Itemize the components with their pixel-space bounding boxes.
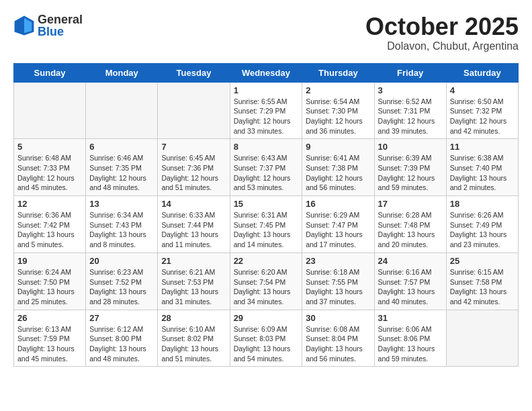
day-cell-20: 20Sunrise: 6:23 AMSunset: 7:52 PMDayligh… <box>86 253 158 310</box>
day-number-5: 5 <box>17 142 82 152</box>
day-cell-27: 27Sunrise: 6:12 AMSunset: 8:00 PMDayligh… <box>86 310 158 367</box>
day-info-6: Sunrise: 6:46 AMSunset: 7:35 PMDaylight:… <box>89 153 154 193</box>
weekday-header-sunday: Sunday <box>14 63 86 82</box>
day-number-16: 16 <box>306 199 370 209</box>
day-cell-22: 22Sunrise: 6:20 AMSunset: 7:54 PMDayligh… <box>230 253 302 310</box>
day-cell-23: 23Sunrise: 6:18 AMSunset: 7:55 PMDayligh… <box>302 253 374 310</box>
day-info-15: Sunrise: 6:31 AMSunset: 7:45 PMDaylight:… <box>234 210 299 250</box>
day-cell-4: 4Sunrise: 6:50 AMSunset: 7:32 PMDaylight… <box>446 82 518 139</box>
logo-icon <box>13 15 35 36</box>
day-number-20: 20 <box>89 256 154 266</box>
empty-cell <box>158 82 230 139</box>
day-cell-28: 28Sunrise: 6:10 AMSunset: 8:02 PMDayligh… <box>158 310 230 367</box>
day-number-8: 8 <box>234 142 299 152</box>
weekday-header-row: SundayMondayTuesdayWednesdayThursdayFrid… <box>14 63 519 82</box>
day-info-23: Sunrise: 6:18 AMSunset: 7:55 PMDaylight:… <box>306 267 370 307</box>
day-info-21: Sunrise: 6:21 AMSunset: 7:53 PMDaylight:… <box>161 267 226 307</box>
empty-cell <box>446 310 518 367</box>
day-number-13: 13 <box>89 199 154 209</box>
day-info-31: Sunrise: 6:06 AMSunset: 8:06 PMDaylight:… <box>378 324 443 364</box>
day-cell-30: 30Sunrise: 6:08 AMSunset: 8:04 PMDayligh… <box>302 310 374 367</box>
day-info-14: Sunrise: 6:33 AMSunset: 7:44 PMDaylight:… <box>161 210 226 250</box>
week-row-4: 19Sunrise: 6:24 AMSunset: 7:50 PMDayligh… <box>14 253 519 310</box>
day-cell-7: 7Sunrise: 6:45 AMSunset: 7:36 PMDaylight… <box>158 139 230 196</box>
day-number-1: 1 <box>234 85 299 95</box>
empty-cell <box>14 82 86 139</box>
day-number-14: 14 <box>161 199 226 209</box>
title-area: October 2025 Dolavon, Chubut, Argentina <box>365 13 519 52</box>
day-info-30: Sunrise: 6:08 AMSunset: 8:04 PMDaylight:… <box>306 324 370 364</box>
day-number-10: 10 <box>378 142 443 152</box>
day-info-27: Sunrise: 6:12 AMSunset: 8:00 PMDaylight:… <box>89 324 154 364</box>
weekday-header-friday: Friday <box>374 63 446 82</box>
day-cell-11: 11Sunrise: 6:38 AMSunset: 7:40 PMDayligh… <box>446 139 518 196</box>
day-number-26: 26 <box>17 313 82 323</box>
day-cell-8: 8Sunrise: 6:43 AMSunset: 7:37 PMDaylight… <box>230 139 302 196</box>
day-info-20: Sunrise: 6:23 AMSunset: 7:52 PMDaylight:… <box>89 267 154 307</box>
day-cell-26: 26Sunrise: 6:13 AMSunset: 7:59 PMDayligh… <box>14 310 86 367</box>
weekday-header-monday: Monday <box>86 63 158 82</box>
day-info-18: Sunrise: 6:26 AMSunset: 7:49 PMDaylight:… <box>450 210 515 250</box>
day-cell-15: 15Sunrise: 6:31 AMSunset: 7:45 PMDayligh… <box>230 196 302 253</box>
day-info-13: Sunrise: 6:34 AMSunset: 7:43 PMDaylight:… <box>89 210 154 250</box>
week-row-2: 5Sunrise: 6:48 AMSunset: 7:33 PMDaylight… <box>14 139 519 196</box>
month-title: October 2025 <box>365 13 519 40</box>
week-row-5: 26Sunrise: 6:13 AMSunset: 7:59 PMDayligh… <box>14 310 519 367</box>
day-cell-13: 13Sunrise: 6:34 AMSunset: 7:43 PMDayligh… <box>86 196 158 253</box>
day-number-7: 7 <box>161 142 226 152</box>
day-cell-17: 17Sunrise: 6:28 AMSunset: 7:48 PMDayligh… <box>374 196 446 253</box>
day-cell-29: 29Sunrise: 6:09 AMSunset: 8:03 PMDayligh… <box>230 310 302 367</box>
day-info-22: Sunrise: 6:20 AMSunset: 7:54 PMDaylight:… <box>234 267 299 307</box>
day-number-4: 4 <box>450 85 515 95</box>
day-info-24: Sunrise: 6:16 AMSunset: 7:57 PMDaylight:… <box>378 267 443 307</box>
day-cell-1: 1Sunrise: 6:55 AMSunset: 7:29 PMDaylight… <box>230 82 302 139</box>
day-cell-9: 9Sunrise: 6:41 AMSunset: 7:38 PMDaylight… <box>302 139 374 196</box>
weekday-header-thursday: Thursday <box>302 63 374 82</box>
day-cell-21: 21Sunrise: 6:21 AMSunset: 7:53 PMDayligh… <box>158 253 230 310</box>
logo-general-text: General <box>38 13 83 26</box>
day-cell-2: 2Sunrise: 6:54 AMSunset: 7:30 PMDaylight… <box>302 82 374 139</box>
day-number-12: 12 <box>17 199 82 209</box>
day-cell-16: 16Sunrise: 6:29 AMSunset: 7:47 PMDayligh… <box>302 196 374 253</box>
day-cell-24: 24Sunrise: 6:16 AMSunset: 7:57 PMDayligh… <box>374 253 446 310</box>
day-number-24: 24 <box>378 256 443 266</box>
week-row-3: 12Sunrise: 6:36 AMSunset: 7:42 PMDayligh… <box>14 196 519 253</box>
day-info-26: Sunrise: 6:13 AMSunset: 7:59 PMDaylight:… <box>17 324 82 364</box>
week-row-1: 1Sunrise: 6:55 AMSunset: 7:29 PMDaylight… <box>14 82 519 139</box>
day-info-29: Sunrise: 6:09 AMSunset: 8:03 PMDaylight:… <box>234 324 299 364</box>
day-info-1: Sunrise: 6:55 AMSunset: 7:29 PMDaylight:… <box>234 97 299 136</box>
empty-cell <box>86 82 158 139</box>
calendar-table: SundayMondayTuesdayWednesdayThursdayFrid… <box>13 63 519 367</box>
day-cell-10: 10Sunrise: 6:39 AMSunset: 7:39 PMDayligh… <box>374 139 446 196</box>
weekday-header-tuesday: Tuesday <box>158 63 230 82</box>
day-info-17: Sunrise: 6:28 AMSunset: 7:48 PMDaylight:… <box>378 210 443 250</box>
location: Dolavon, Chubut, Argentina <box>365 40 519 52</box>
day-cell-14: 14Sunrise: 6:33 AMSunset: 7:44 PMDayligh… <box>158 196 230 253</box>
day-number-19: 19 <box>17 256 82 266</box>
day-info-7: Sunrise: 6:45 AMSunset: 7:36 PMDaylight:… <box>161 153 226 193</box>
day-info-11: Sunrise: 6:38 AMSunset: 7:40 PMDaylight:… <box>450 153 515 193</box>
day-cell-25: 25Sunrise: 6:15 AMSunset: 7:58 PMDayligh… <box>446 253 518 310</box>
day-info-16: Sunrise: 6:29 AMSunset: 7:47 PMDaylight:… <box>306 210 370 250</box>
day-info-10: Sunrise: 6:39 AMSunset: 7:39 PMDaylight:… <box>378 153 443 193</box>
day-cell-6: 6Sunrise: 6:46 AMSunset: 7:35 PMDaylight… <box>86 139 158 196</box>
day-info-12: Sunrise: 6:36 AMSunset: 7:42 PMDaylight:… <box>17 210 82 250</box>
day-number-31: 31 <box>378 313 443 323</box>
day-number-15: 15 <box>234 199 299 209</box>
day-number-9: 9 <box>306 142 370 152</box>
day-cell-31: 31Sunrise: 6:06 AMSunset: 8:06 PMDayligh… <box>374 310 446 367</box>
day-info-28: Sunrise: 6:10 AMSunset: 8:02 PMDaylight:… <box>161 324 226 364</box>
weekday-header-saturday: Saturday <box>446 63 518 82</box>
day-info-19: Sunrise: 6:24 AMSunset: 7:50 PMDaylight:… <box>17 267 82 307</box>
day-number-30: 30 <box>306 313 370 323</box>
day-number-28: 28 <box>161 313 226 323</box>
day-number-11: 11 <box>450 142 515 152</box>
logo: General Blue <box>13 13 83 38</box>
logo-blue-text: Blue <box>38 26 83 38</box>
page: General Blue October 2025 Dolavon, Chubu… <box>0 0 532 380</box>
day-info-8: Sunrise: 6:43 AMSunset: 7:37 PMDaylight:… <box>234 153 299 193</box>
day-number-3: 3 <box>378 85 443 95</box>
header: General Blue October 2025 Dolavon, Chubu… <box>13 13 519 52</box>
logo-text: General Blue <box>38 13 83 38</box>
day-info-3: Sunrise: 6:52 AMSunset: 7:31 PMDaylight:… <box>378 97 443 136</box>
